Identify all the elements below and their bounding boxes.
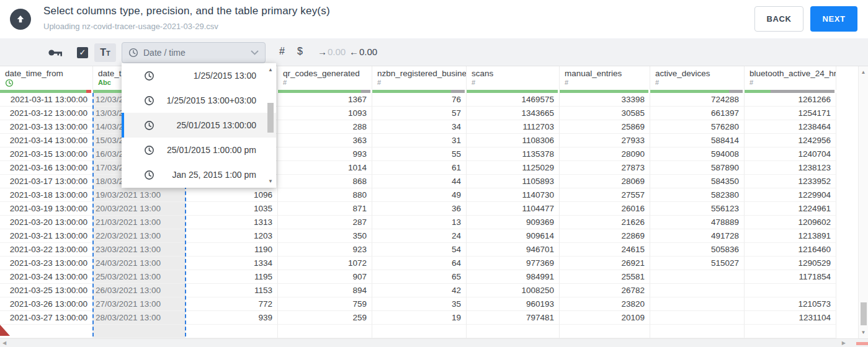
dropdown-scrollbar[interactable]: ▲ ▼ xyxy=(266,63,275,188)
table-cell: 27557 xyxy=(560,188,650,202)
table-cell xyxy=(650,325,745,338)
column-name: active_devices xyxy=(655,69,744,78)
table-cell: 363 xyxy=(278,134,372,147)
scroll-up-icon[interactable]: ▲ xyxy=(266,67,275,72)
column-header-nzbn_registered_busine[interactable]: nzbn_registered_busine# xyxy=(372,66,467,90)
scroll-down-icon[interactable]: ▼ xyxy=(266,178,275,184)
table-cell: 1343665 xyxy=(467,107,560,120)
table-cell: 25/03/2021 13:00 xyxy=(93,270,186,284)
column-type-indicator: # xyxy=(565,79,650,88)
table-cell: 24/03/2021 13:00 xyxy=(93,257,186,270)
column-name: bluetooth_active_24_hr_ xyxy=(749,69,836,78)
dropdown-item-label: 25/01/2015 13:00:00 xyxy=(154,120,276,130)
table-cell: 1224961 xyxy=(745,202,836,216)
back-button[interactable]: BACK xyxy=(754,6,803,32)
column-header-qr_codes_generated[interactable]: qr_codes_generated# xyxy=(278,66,372,90)
toolbar-checkbox[interactable]: ✓ xyxy=(77,47,88,58)
table-cell: 55 xyxy=(372,147,467,161)
scroll-left-icon[interactable]: ◀ xyxy=(2,340,6,346)
dropdown-item[interactable]: 25/01/2015 13:00:00 xyxy=(122,113,276,138)
table-cell: 27933 xyxy=(560,134,650,147)
column-header-active_devices[interactable]: active_devices# xyxy=(650,66,745,90)
dropdown-item[interactable]: 25/01/2015 1:00:00 pm xyxy=(122,138,276,162)
table-cell: 1261266 xyxy=(745,93,836,107)
table-cell: 1171854 xyxy=(745,270,836,284)
primary-key-icon[interactable] xyxy=(48,48,63,60)
type-dropdown-items: 1/25/2015 13:00 1/25/2015 13:00+03:00 25… xyxy=(122,63,276,187)
table-cell: 1233952 xyxy=(745,175,836,188)
table-cell: 772 xyxy=(186,297,278,311)
column-header-bluetooth_active_24_hr_[interactable]: bluetooth_active_24_hr_# xyxy=(745,66,836,90)
table-cell: 894 xyxy=(278,284,372,297)
table-cell xyxy=(0,325,93,338)
table-cell: 2021-03-13 13:00:00 xyxy=(0,120,93,134)
right-arrow-icon: → xyxy=(318,46,327,57)
table-cell: 556123 xyxy=(650,202,745,216)
horizontal-scrollbar[interactable]: ◀ ▶ xyxy=(0,338,868,347)
table-cell xyxy=(278,325,372,338)
table-cell: 19 xyxy=(372,311,467,325)
table-cell: 28069 xyxy=(560,175,650,188)
table-cell: 515027 xyxy=(650,257,745,270)
table-cell: 2021-03-11 13:00:00 xyxy=(0,93,93,107)
dropdown-item[interactable]: 1/25/2015 13:00 xyxy=(122,63,276,88)
table-cell: 64 xyxy=(372,257,467,270)
table-cell: 1367 xyxy=(278,93,372,107)
upload-status-text: Uploading nz-covid-tracer-usage-2021-03-… xyxy=(43,22,218,31)
decrease-decimal-button[interactable]: ←0.00 xyxy=(349,46,377,57)
table-cell: 907 xyxy=(278,270,372,284)
next-button[interactable]: NEXT xyxy=(810,6,857,32)
clock-icon xyxy=(5,79,14,87)
table-cell xyxy=(372,325,467,338)
table-cell: 2021-03-12 13:00:00 xyxy=(0,107,93,120)
table-cell: 868 xyxy=(278,175,372,188)
scroll-right-icon[interactable]: ▶ xyxy=(842,340,846,346)
table-cell: 1190 xyxy=(186,243,278,257)
table-cell xyxy=(745,284,836,297)
vertical-scrollbar[interactable]: ▲ ▼ xyxy=(858,66,868,338)
scroll-up-icon[interactable]: ▲ xyxy=(859,69,868,75)
left-arrow-icon: ← xyxy=(349,46,359,57)
column-type-select[interactable]: Date / time xyxy=(122,42,266,63)
table-cell: 1105893 xyxy=(467,175,560,188)
table-cell: 27873 xyxy=(560,161,650,175)
column-header-manual_entries[interactable]: manual_entries# xyxy=(560,66,650,90)
table-cell: 2021-03-24 13:00:00 xyxy=(0,270,93,284)
table-cell: 478889 xyxy=(650,216,745,229)
scroll-down-icon[interactable]: ▼ xyxy=(859,330,868,335)
column-header-scans[interactable]: scans# xyxy=(467,66,560,90)
increase-decimal-button[interactable]: →0.00 xyxy=(318,46,346,57)
table-cell: 871 xyxy=(278,202,372,216)
table-cell: 1242956 xyxy=(745,134,836,147)
column-type-select-value: Date / time xyxy=(143,48,251,58)
table-cell: 36 xyxy=(372,202,467,216)
dropdown-item[interactable]: 1/25/2015 13:00+03:00 xyxy=(122,88,276,113)
table-cell: 2021-03-19 13:00:00 xyxy=(0,202,93,216)
table-cell: 31 xyxy=(372,134,467,147)
text-type-button[interactable]: Tt xyxy=(94,43,116,62)
dropdown-scrollbar-thumb[interactable] xyxy=(267,103,274,133)
table-cell: 54 xyxy=(372,243,467,257)
table-cell: 42 xyxy=(372,284,467,297)
dropdown-item-label: 1/25/2015 13:00+03:00 xyxy=(154,95,276,105)
currency-type-button[interactable]: $ xyxy=(297,46,303,57)
table-cell: 724288 xyxy=(650,93,745,107)
table-cell: 65 xyxy=(372,270,467,284)
table-cell: 350 xyxy=(278,229,372,243)
number-type-button[interactable]: # xyxy=(279,46,285,57)
table-cell: 984991 xyxy=(467,270,560,284)
table-cell: 1238464 xyxy=(745,120,836,134)
table-cell: 24615 xyxy=(560,243,650,257)
table-cell: 880 xyxy=(278,188,372,202)
clock-icon xyxy=(128,48,138,58)
column-header-date_time_from[interactable]: date_time_from xyxy=(0,66,93,90)
table-cell: 759 xyxy=(278,297,372,311)
dropdown-item[interactable]: Jan 25, 2015 1:00 pm xyxy=(122,162,276,187)
table-cell: 22/03/2021 13:00 xyxy=(93,229,186,243)
vertical-scrollbar-thumb[interactable] xyxy=(861,302,867,325)
table-cell xyxy=(93,325,186,338)
table-cell: 1290529 xyxy=(745,257,836,270)
table-cell: 35 xyxy=(372,297,467,311)
table-cell: 21626 xyxy=(560,216,650,229)
column-type-indicator: # xyxy=(655,79,744,88)
